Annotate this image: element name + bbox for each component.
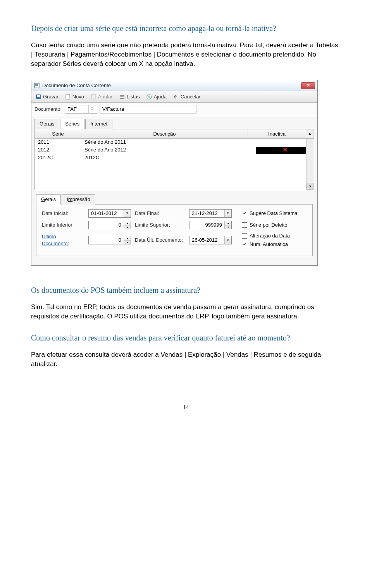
lim-inf-value: 0 (89, 222, 124, 229)
col-serie: Série (35, 129, 81, 138)
spinner-icon[interactable]: ▴▾ (124, 236, 131, 244)
save-button[interactable]: Gravar (34, 93, 60, 101)
void-label: Anular (98, 93, 113, 100)
chevron-down-icon[interactable]: ▾ (224, 210, 231, 217)
lists-button[interactable]: Listas (117, 93, 141, 101)
document-code-value: FAF (65, 106, 88, 113)
faq-question-2: Os documentos do POS também incluem a as… (31, 285, 341, 296)
lists-label: Listas (127, 93, 140, 100)
new-button[interactable]: Novo (63, 93, 86, 101)
tab-impressao[interactable]: Impressão (62, 194, 95, 205)
cell-inactiva[interactable] (256, 157, 314, 159)
svg-text:?: ? (148, 95, 150, 99)
table-row[interactable]: 2012C 2012C (35, 154, 314, 162)
lim-sup-field[interactable]: 999999 ▴▾ (189, 221, 232, 229)
close-button[interactable]: ✕ (301, 82, 315, 89)
new-label: Novo (72, 93, 84, 100)
grid-scrollbar[interactable]: ▾ (306, 139, 314, 190)
app-window: Documento de Conta Corrente ✕ Gravar Nov… (31, 80, 318, 266)
data-ult-label: Data Últ. Documento: (135, 237, 185, 244)
data-final-value: 31-12-2012 (189, 210, 224, 217)
help-button[interactable]: ? Ajuda (145, 93, 168, 101)
check-altera-label: Alteração da Data (250, 232, 290, 239)
page-number: 14 (31, 403, 341, 411)
cell-serie: 2012C (35, 153, 81, 162)
cell-inactiva[interactable] (256, 141, 314, 144)
spinner-icon[interactable]: ▴▾ (124, 221, 131, 229)
search-icon[interactable] (88, 105, 97, 113)
ult-doc-value: 0 (89, 237, 124, 244)
check-defeito[interactable]: Série por Defeito (242, 222, 288, 229)
help-label: Ajuda (154, 93, 167, 100)
tab-internet[interactable]: Internet (85, 119, 112, 129)
svg-line-13 (93, 110, 94, 111)
data-ult-field[interactable]: 26-05-2012 ▾ (189, 236, 232, 244)
save-icon (35, 94, 41, 100)
svg-rect-6 (91, 95, 95, 99)
scroll-up-icon[interactable]: ▴ (306, 129, 314, 138)
document-code-field[interactable]: FAF (65, 105, 97, 113)
data-inicial-field[interactable]: 01-01-2012 ▾ (88, 209, 131, 218)
data-final-label: Data Final: (135, 210, 185, 217)
new-icon (65, 94, 71, 100)
col-inactiva: Inactiva (248, 129, 306, 138)
lim-inf-field[interactable]: 0 ▴▾ (88, 221, 131, 229)
svg-rect-7 (120, 95, 124, 96)
svg-rect-2 (35, 85, 38, 86)
check-numauto[interactable]: ✔ Num. Automática (242, 241, 290, 248)
app-icon (34, 83, 40, 89)
lists-icon (119, 94, 125, 100)
col-desc: Descrição (81, 129, 248, 138)
faq-answer-3: Para efetuar essa consulta deverá aceder… (31, 350, 341, 369)
check-altera[interactable]: Alteração da Data (242, 232, 290, 239)
svg-rect-1 (35, 84, 38, 85)
chevron-down-icon[interactable]: ▾ (224, 236, 231, 244)
data-inicial-label: Data Inicial: (42, 210, 84, 217)
void-button: Anular (89, 93, 114, 101)
check-defeito-label: Série por Defeito (250, 222, 288, 229)
toolbar: Gravar Novo Anular Listas ? Ajuda Cancel… (31, 91, 317, 103)
tab-gerais[interactable]: Gerais (34, 119, 59, 129)
checkbox-icon (242, 233, 247, 239)
check-sugere[interactable]: ✔ Sugere Data Sistema (242, 210, 298, 217)
data-inicial-value: 01-01-2012 (89, 210, 124, 217)
tab-series[interactable]: Séries (60, 119, 84, 129)
svg-rect-8 (120, 96, 124, 97)
check-numauto-label: Num. Automática (250, 241, 288, 248)
top-tabs: Gerais Séries Internet (31, 116, 317, 129)
series-panel: Série Descrição Inactiva ▴ 2011 Série do… (34, 129, 314, 190)
document-name-field[interactable]: V/Factura (100, 105, 196, 113)
data-ult-value: 26-05-2012 (189, 237, 224, 244)
window-title: Documento de Conta Corrente (42, 82, 301, 89)
faq-question-1: Depois de criar uma série que está incor… (31, 23, 341, 34)
cell-inactiva-marked[interactable]: ✕ (256, 147, 314, 154)
faq-answer-2: Sim. Tal como no ERP, todos os documento… (31, 303, 341, 321)
document-label: Documento: (34, 106, 62, 113)
lim-sup-label: Limite Superior: (135, 222, 185, 229)
bottom-tabs: Gerais Impressão (31, 190, 317, 204)
spinner-icon[interactable]: ▴▾ (224, 221, 231, 229)
checkbox-icon (242, 222, 247, 228)
help-icon: ? (146, 94, 152, 100)
chevron-down-icon[interactable]: ▾ (124, 210, 131, 217)
tab-gerais-bottom[interactable]: Gerais (36, 194, 61, 205)
scroll-down-icon[interactable]: ▾ (307, 183, 314, 190)
save-label: Gravar (43, 93, 59, 100)
checkbox-checked-icon: ✔ (242, 211, 247, 216)
void-icon (90, 94, 96, 100)
document-row: Documento: FAF V/Factura (31, 103, 317, 116)
grid-body: 2011 Série do Ano 2011 2012 Série do Ano… (35, 139, 314, 190)
cancel-icon (173, 94, 179, 100)
svg-point-12 (91, 108, 93, 110)
svg-rect-5 (66, 95, 70, 99)
faq-question-3: Como consultar o resumo das vendas para … (31, 333, 341, 343)
svg-rect-9 (120, 98, 124, 99)
cancel-button[interactable]: Cancelar (171, 93, 202, 101)
svg-rect-4 (37, 95, 40, 97)
checkbox-checked-icon: ✔ (242, 242, 247, 247)
check-sugere-label: Sugere Data Sistema (250, 210, 298, 217)
ult-doc-link[interactable]: Último Documento: (42, 233, 84, 247)
grid-header: Série Descrição Inactiva ▴ (35, 129, 314, 139)
ult-doc-field[interactable]: 0 ▴▾ (88, 236, 131, 244)
data-final-field[interactable]: 31-12-2012 ▾ (189, 209, 232, 218)
